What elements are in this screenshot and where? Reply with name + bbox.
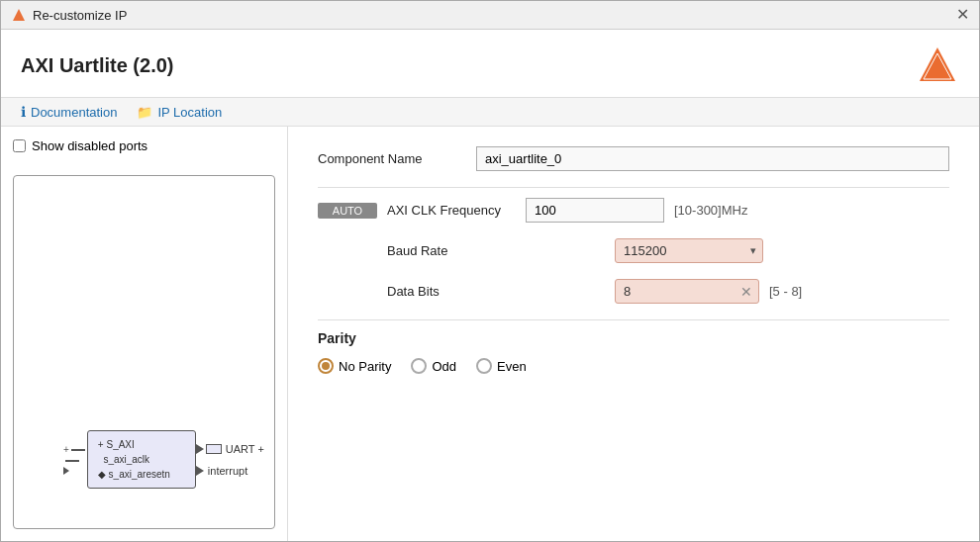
block-diagram: + + S_AXI: [63, 430, 264, 489]
interrupt-row: interrupt: [196, 463, 247, 479]
arrow-aresetn: [63, 467, 69, 475]
close-button[interactable]: ✕: [956, 7, 969, 23]
auto-clk-group: AUTO: [318, 203, 387, 219]
title-bar-left: Re-customize IP: [11, 7, 127, 23]
right-side: UART + interrupt: [196, 441, 264, 479]
no-parity-radio[interactable]: [318, 358, 334, 374]
nav-bar: ℹ Documentation 📁 IP Location: [1, 98, 979, 127]
baud-rate-select[interactable]: 115200 9600 19200 38400 57600 230400: [616, 239, 744, 262]
show-disabled-row: Show disabled ports: [13, 138, 275, 153]
app-icon: [11, 7, 27, 23]
left-connectors: +: [63, 444, 85, 475]
port-s-axi: + S_AXI: [98, 437, 185, 452]
ip-location-label: IP Location: [157, 105, 222, 120]
even-parity-radio[interactable]: [476, 358, 492, 374]
divider-2: [318, 319, 949, 320]
even-parity-label: Even: [497, 359, 527, 374]
uart-connector: [206, 444, 222, 454]
xilinx-logo: [916, 44, 959, 87]
data-bits-wrapper: ✕: [615, 279, 759, 304]
component-name-row: Component Name: [318, 146, 949, 171]
content-area: Show disabled ports +: [1, 127, 979, 541]
show-disabled-label: Show disabled ports: [32, 138, 147, 153]
arrow-uart: [196, 444, 204, 454]
right-panel: Component Name AUTO AXI CLK Frequency [1…: [288, 127, 979, 541]
interrupt-label: interrupt: [208, 465, 247, 477]
block-body: + S_AXI s_axi_aclk ◆ s_axi_aresetn: [87, 430, 196, 489]
odd-parity-radio[interactable]: [411, 358, 427, 374]
baud-chevron-icon: ▾: [744, 240, 762, 261]
component-diagram: + + S_AXI: [13, 175, 275, 529]
parity-options-row: No Parity Odd Even: [318, 358, 949, 374]
left-panel: Show disabled ports +: [1, 127, 288, 541]
app-header: AXI Uartlite (2.0): [1, 30, 979, 98]
component-name-input[interactable]: [476, 146, 949, 171]
no-parity-label: No Parity: [339, 359, 391, 374]
auto-badge: AUTO: [318, 203, 377, 219]
odd-parity-label: Odd: [432, 359, 456, 374]
clk-row: AUTO AXI CLK Frequency [10-300]MHz: [318, 198, 949, 223]
data-bits-range: [5 - 8]: [769, 284, 802, 299]
main-window: Re-customize IP ✕ AXI Uartlite (2.0) ℹ D…: [0, 0, 980, 542]
divider-1: [318, 187, 949, 188]
connector-aclk: [65, 460, 79, 462]
folder-icon: 📁: [137, 105, 152, 120]
title-bar: Re-customize IP ✕: [1, 1, 979, 30]
info-icon: ℹ: [21, 104, 26, 120]
documentation-label: Documentation: [31, 105, 117, 120]
parity-section: Parity No Parity Odd: [318, 330, 949, 374]
baud-select-wrapper: 115200 9600 19200 38400 57600 230400 ▾: [615, 238, 763, 263]
uart-row: UART +: [196, 441, 264, 457]
clk-input[interactable]: [526, 198, 664, 223]
arrow-interrupt: [196, 466, 204, 476]
uart-label: UART +: [226, 443, 264, 455]
window-title: Re-customize IP: [33, 8, 127, 23]
data-bits-row: Data Bits ✕ [5 - 8]: [318, 279, 949, 304]
baud-rate-row: Baud Rate 115200 9600 19200 38400 57600 …: [318, 238, 949, 263]
baud-rate-label: Baud Rate: [318, 243, 615, 258]
data-bits-input[interactable]: [616, 280, 735, 303]
ip-location-link[interactable]: 📁 IP Location: [137, 105, 222, 120]
component-name-label: Component Name: [318, 151, 476, 166]
parity-title: Parity: [318, 330, 949, 346]
data-bits-label: Data Bits: [318, 284, 615, 299]
no-parity-radio-dot: [322, 362, 330, 370]
port-aclk: s_axi_aclk: [98, 452, 185, 467]
parity-no-parity-option[interactable]: No Parity: [318, 358, 391, 374]
connector-s-axi: [71, 449, 85, 451]
data-bits-clear-button[interactable]: ✕: [735, 282, 758, 302]
port-aresetn: ◆ s_axi_aresetn: [98, 467, 185, 482]
app-title: AXI Uartlite (2.0): [21, 54, 173, 77]
clk-range: [10-300]MHz: [674, 203, 747, 218]
parity-even-option[interactable]: Even: [476, 358, 527, 374]
svg-marker-0: [13, 9, 25, 21]
clk-label: AXI CLK Frequency: [387, 203, 526, 218]
parity-odd-option[interactable]: Odd: [411, 358, 456, 374]
documentation-link[interactable]: ℹ Documentation: [21, 104, 117, 120]
show-disabled-checkbox[interactable]: [13, 139, 26, 152]
